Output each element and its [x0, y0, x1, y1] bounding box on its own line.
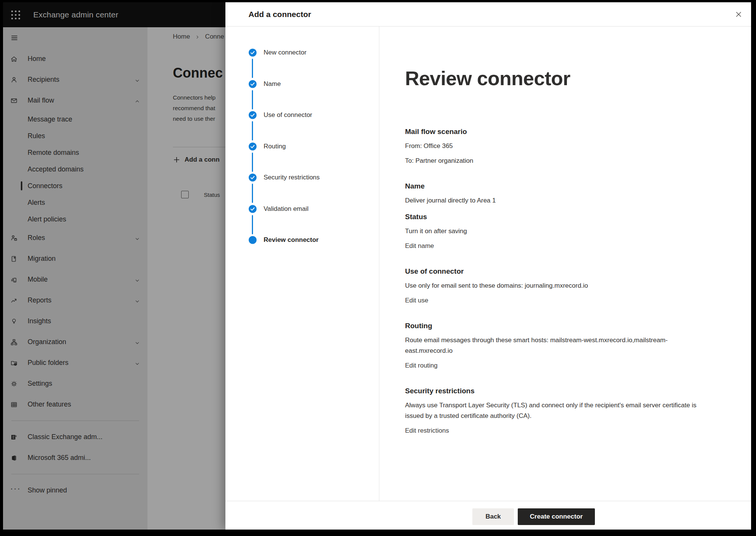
- wizard-step-routing[interactable]: Routing: [248, 142, 286, 151]
- review-section-heading-security-restrictions: Security restrictions: [405, 386, 706, 396]
- wizard-step-validation-email[interactable]: Validation email: [248, 205, 309, 213]
- wizard-step-label: Review connector: [264, 236, 319, 244]
- review-section-heading-routing: Routing: [405, 321, 706, 331]
- wizard-step-use-of-connector[interactable]: Use of connector: [248, 111, 312, 119]
- review-pane: Review connector Mail flow scenarioFrom:…: [379, 26, 751, 530]
- wizard-step-label: Security restrictions: [264, 174, 320, 181]
- edit-use-link[interactable]: Edit use: [405, 295, 428, 306]
- step-complete-icon: [248, 111, 257, 119]
- step-connector-line: [252, 153, 253, 172]
- review-value-line: Always use Transport Layer Security (TLS…: [405, 400, 706, 421]
- edit-restrictions-link[interactable]: Edit restrictions: [405, 425, 449, 436]
- review-value-line: Use only for email sent to these domains…: [405, 280, 706, 291]
- step-connector-line: [252, 184, 253, 203]
- step-connector-line: [252, 121, 253, 140]
- dialog-title: Add a connector: [248, 10, 311, 19]
- review-section-heading-use-of-connector: Use of connector: [405, 266, 706, 276]
- wizard-step-security-restrictions[interactable]: Security restrictions: [248, 173, 320, 182]
- wizard-step-label: Routing: [264, 143, 286, 150]
- wizard-step-label: Validation email: [264, 205, 309, 213]
- review-section-heading-name: Name: [405, 181, 706, 191]
- create-connector-button[interactable]: Create connector: [518, 508, 595, 525]
- review-value-line: To: Partner organization: [405, 156, 706, 166]
- wizard-step-name[interactable]: Name: [248, 80, 281, 88]
- step-connector-line: [252, 215, 253, 234]
- step-connector-line: [252, 90, 253, 109]
- step-complete-icon: [248, 48, 257, 57]
- wizard-steps-rail: New connectorNameUse of connectorRouting…: [225, 26, 379, 501]
- dialog-footer: Back Create connector: [225, 501, 751, 530]
- wizard-step-new-connector[interactable]: New connector: [248, 48, 306, 57]
- add-connector-dialog: Add a connector New connectorNameUse of …: [225, 2, 751, 530]
- review-section-heading-status: Status: [405, 212, 706, 222]
- review-value-line: Deliver journal directly to Area 1: [405, 195, 706, 206]
- review-value-line: Turn it on after saving: [405, 226, 706, 237]
- wizard-step-label: Name: [264, 80, 281, 88]
- review-title: Review connector: [405, 67, 717, 89]
- step-complete-icon: [248, 142, 257, 151]
- review-value-line: Route email messages through these smart…: [405, 335, 706, 356]
- back-button[interactable]: Back: [472, 508, 514, 525]
- dialog-header: Add a connector: [225, 2, 751, 26]
- close-icon[interactable]: [734, 10, 743, 19]
- step-complete-icon: [248, 173, 257, 182]
- edit-name-link[interactable]: Edit name: [405, 241, 434, 251]
- wizard-step-review-connector[interactable]: Review connector: [248, 236, 319, 244]
- review-section-heading-mail-flow-scenario: Mail flow scenario: [405, 127, 706, 137]
- step-complete-icon: [248, 205, 257, 213]
- step-complete-icon: [248, 80, 257, 88]
- app-window: Exchange admin center HomeRecipientsMail…: [3, 2, 751, 530]
- wizard-step-label: Use of connector: [264, 111, 312, 119]
- step-current-icon: [248, 236, 257, 244]
- step-connector-line: [252, 59, 253, 78]
- edit-routing-link[interactable]: Edit routing: [405, 360, 438, 371]
- review-value-line: From: Office 365: [405, 141, 706, 151]
- wizard-step-label: New connector: [264, 49, 306, 56]
